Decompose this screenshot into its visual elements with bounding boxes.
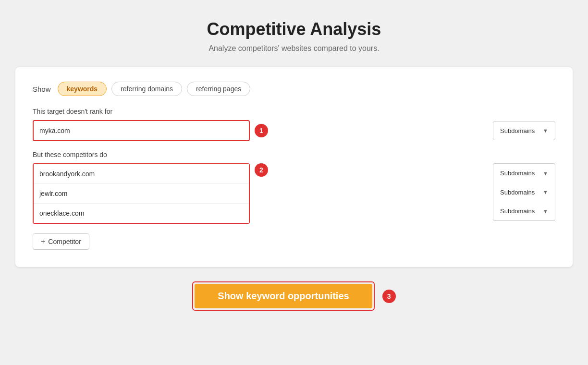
tab-keywords[interactable]: keywords — [58, 82, 107, 96]
step-badge-2: 2 — [255, 163, 268, 177]
cta-section: Show keyword opportunities 3 — [192, 281, 395, 311]
competitor-row-2 — [34, 204, 249, 223]
target-subdomains-select[interactable]: Subdomains ▼ — [493, 121, 555, 140]
competitor-input-0[interactable] — [34, 164, 249, 183]
competitor-row-1 — [34, 184, 249, 204]
show-keyword-opportunities-button[interactable]: Show keyword opportunities — [195, 284, 372, 308]
page-subtitle: Analyze competitors' websites compared t… — [207, 44, 381, 53]
competitor-subdomains-select-2[interactable]: Subdomains ▼ — [493, 202, 555, 221]
comp-subdomain-label-0: Subdomains — [500, 170, 535, 177]
target-subdomain-label: Subdomains — [500, 127, 535, 134]
page-title: Competitive Analysis — [207, 19, 381, 39]
target-input[interactable] — [34, 121, 249, 140]
tab-referring-pages[interactable]: referring pages — [187, 82, 250, 96]
target-section-label: This target doesn't rank for — [33, 108, 555, 115]
target-section: This target doesn't rank for 1 Subdomain… — [33, 108, 555, 141]
target-input-row: 1 Subdomains ▼ — [33, 120, 555, 141]
competitor-input-1[interactable] — [34, 184, 249, 203]
main-card: Show keywords referring domains referrin… — [15, 67, 573, 267]
competitors-wrapper — [33, 163, 250, 224]
comp-subdomain-label-1: Subdomains — [500, 189, 535, 196]
tab-referring-domains[interactable]: referring domains — [111, 82, 182, 96]
chevron-down-icon-1: ▼ — [543, 189, 548, 195]
competitor-input-2[interactable] — [34, 204, 249, 223]
competitor-row-0 — [34, 164, 249, 184]
competitors-section: But these competitors do 2 Subdomains ▼ — [33, 151, 555, 224]
target-input-wrapper — [33, 120, 250, 141]
competitor-subdomains-select-0[interactable]: Subdomains ▼ — [493, 163, 555, 182]
page-header: Competitive Analysis Analyze competitors… — [207, 19, 381, 53]
competitors-section-label: But these competitors do — [33, 151, 555, 158]
competitor-subdomains-select-1[interactable]: Subdomains ▼ — [493, 182, 555, 202]
add-competitor-label: Competitor — [48, 238, 81, 245]
chevron-down-icon: ▼ — [543, 128, 548, 134]
step-badge-3: 3 — [382, 290, 396, 303]
chevron-down-icon-2: ▼ — [543, 208, 548, 214]
show-row: Show keywords referring domains referrin… — [33, 82, 555, 96]
show-label: Show — [33, 85, 51, 93]
chevron-down-icon-0: ▼ — [543, 170, 548, 176]
cta-button-wrapper: Show keyword opportunities — [192, 281, 374, 311]
step-badge-1: 1 — [255, 124, 268, 137]
comp-subdomain-label-2: Subdomains — [500, 207, 535, 215]
competitors-input-area: 2 Subdomains ▼ Subdomains ▼ Subdomains ▼ — [33, 163, 555, 224]
competitors-subdomain-selects: Subdomains ▼ Subdomains ▼ Subdomains ▼ — [493, 163, 555, 221]
add-competitor-button[interactable]: + Competitor — [33, 233, 89, 250]
plus-icon: + — [41, 237, 45, 246]
